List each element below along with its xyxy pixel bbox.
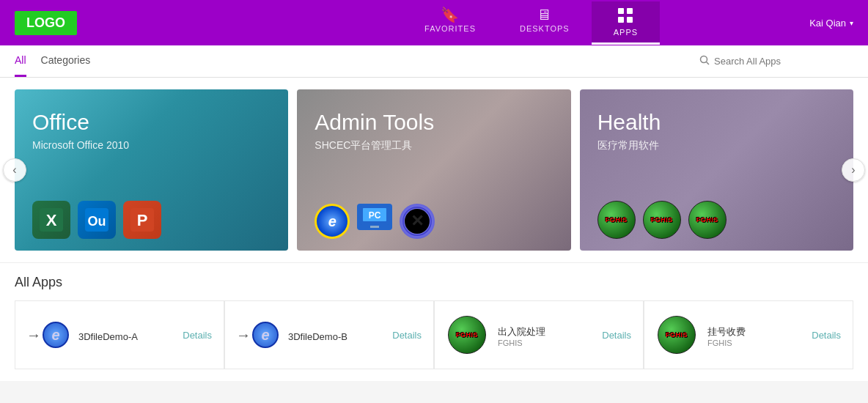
excel-icon: X <box>32 201 70 239</box>
app-details-link-3dfiledemo-b[interactable]: Details <box>392 330 422 341</box>
carousel-card-office[interactable]: Office Microsoft Office 2010 X <box>15 89 288 251</box>
app-info-3dfiledemo-b: 3DfileDemo-B <box>288 328 382 342</box>
subnav-categories[interactable]: Categories <box>41 45 91 77</box>
svg-rect-1 <box>627 8 633 14</box>
user-name: Kai Qian <box>809 18 846 29</box>
app-name-registration-fee: 挂号收费 <box>707 325 801 339</box>
app-details-link-3dfiledemo-a[interactable]: Details <box>183 330 212 341</box>
nav-tab-apps-label: APPS <box>614 28 638 37</box>
emulex-icon-a: e <box>43 322 69 348</box>
svg-text:PC: PC <box>369 210 381 221</box>
remote-desktop-icon: PC <box>357 204 392 230</box>
app-icon-3dfiledemo-b: → e <box>237 314 278 355</box>
carousel-admin-subtitle: SHCEC平台管理工具 <box>315 139 553 152</box>
search-icon <box>699 55 710 67</box>
svg-text:P: P <box>137 211 148 229</box>
carousel-admin-title: Admin Tools <box>315 110 553 135</box>
svg-point-4 <box>701 56 707 63</box>
nav-tab-desktops[interactable]: 🖥 DESKTOPS <box>498 1 592 45</box>
apps-icon <box>617 7 633 26</box>
nav-tab-favorites[interactable]: 🔖 FAVORITES <box>402 1 498 45</box>
sub-nav-bar: All Categories <box>0 45 868 78</box>
app-info-registration-fee: 挂号收费 FGHIS <box>707 322 801 347</box>
ie-icon: e <box>315 204 350 239</box>
search-input[interactable] <box>714 56 846 67</box>
svg-rect-2 <box>618 17 624 23</box>
carousel-health-subtitle: 医疗常用软件 <box>597 139 836 152</box>
svg-rect-0 <box>618 8 624 14</box>
app-card-3dfiledemo-a[interactable]: → e 3DfileDemo-A Details <box>15 300 224 369</box>
svg-text:X: X <box>46 211 57 229</box>
subnav-all[interactable]: All <box>15 45 26 77</box>
app-icon-registration-fee: FGHIS <box>656 314 697 355</box>
app-details-link-registration-fee[interactable]: Details <box>812 330 841 341</box>
svg-text:Ou: Ou <box>88 214 106 229</box>
app-info-3dfiledemo-a: 3DfileDemo-A <box>78 328 172 342</box>
carousel-health-title: Health <box>597 110 836 135</box>
fghis-icon-3: FGHIS <box>688 201 727 239</box>
content-area: ‹ Office Microsoft Office 2010 X <box>0 78 868 381</box>
carousel-prev-button[interactable]: ‹ <box>3 158 26 182</box>
carousel-next-button[interactable]: › <box>842 158 865 182</box>
nav-tab-desktops-label: DESKTOPS <box>520 24 570 33</box>
carousel-office-icons: X Ou <box>32 201 271 239</box>
carousel-card-health[interactable]: Health 医疗常用软件 FGHIS FGHIS FGHIS <box>580 89 853 251</box>
app-publisher-registration-fee: FGHIS <box>707 339 801 347</box>
chevron-left-icon: ‹ <box>12 163 16 177</box>
nav-tabs: 🔖 FAVORITES 🖥 DESKTOPS APPS <box>253 1 809 45</box>
app-publisher-hospital-admission: FGHIS <box>498 339 592 347</box>
carousel-admin-icons: e PC <box>315 204 553 239</box>
fghis-icon-2: FGHIS <box>643 201 681 239</box>
app-details-link-hospital-admission[interactable]: Details <box>602 330 631 341</box>
chevron-down-icon: ▾ <box>850 19 853 27</box>
app-info-hospital-admission: 出入院处理 FGHIS <box>498 322 592 347</box>
apps-grid: → e 3DfileDemo-A Details → e <box>15 300 853 369</box>
svg-rect-15 <box>370 226 379 228</box>
carousel-office-subtitle: Microsoft Office 2010 <box>32 139 271 151</box>
svg-rect-3 <box>627 17 633 23</box>
carousel-health-icons: FGHIS FGHIS FGHIS <box>597 201 836 239</box>
favorites-icon: 🔖 <box>441 7 460 22</box>
outlook-icon: Ou <box>78 201 116 239</box>
all-apps-title: All Apps <box>15 275 853 290</box>
app-icon-hospital-admission: FGHIS <box>446 314 488 355</box>
emulex-icon-b: e <box>252 322 279 348</box>
nav-tab-favorites-label: FAVORITES <box>424 24 476 33</box>
carousel-office-title: Office <box>32 110 271 135</box>
svg-text:✕: ✕ <box>411 212 424 230</box>
user-menu[interactable]: Kai Qian ▾ <box>809 18 853 29</box>
carousel-card-admin[interactable]: Admin Tools SHCEC平台管理工具 e PC <box>297 89 570 251</box>
header: LOGO 🔖 FAVORITES 🖥 DESKTOPS APPS Kai Qia… <box>0 0 868 45</box>
app-name-hospital-admission: 出入院处理 <box>498 325 592 339</box>
carousel: ‹ Office Microsoft Office 2010 X <box>0 78 868 262</box>
all-apps-section: All Apps → e 3DfileDemo-A Details <box>0 262 868 381</box>
search-box <box>692 52 853 70</box>
logo: LOGO <box>15 11 77 35</box>
app-icon-3dfiledemo-a: → e <box>27 314 68 355</box>
desktops-icon: 🖥 <box>537 7 552 22</box>
x-app-icon: ✕ <box>400 204 435 239</box>
powerpoint-icon: P <box>123 201 161 239</box>
app-card-hospital-admission[interactable]: FGHIS 出入院处理 FGHIS Details <box>434 300 644 369</box>
chevron-right-icon: › <box>851 163 855 177</box>
app-card-registration-fee[interactable]: FGHIS 挂号收费 FGHIS Details <box>644 300 853 369</box>
app-name-3dfiledemo-a: 3DfileDemo-A <box>78 331 172 342</box>
carousel-track: Office Microsoft Office 2010 X <box>15 89 853 251</box>
app-card-3dfiledemo-b[interactable]: → e 3DfileDemo-B Details <box>224 300 434 369</box>
svg-line-5 <box>707 62 710 65</box>
nav-tab-apps[interactable]: APPS <box>592 1 660 45</box>
app-name-3dfiledemo-b: 3DfileDemo-B <box>288 331 382 342</box>
fghis-icon-1: FGHIS <box>597 201 636 239</box>
